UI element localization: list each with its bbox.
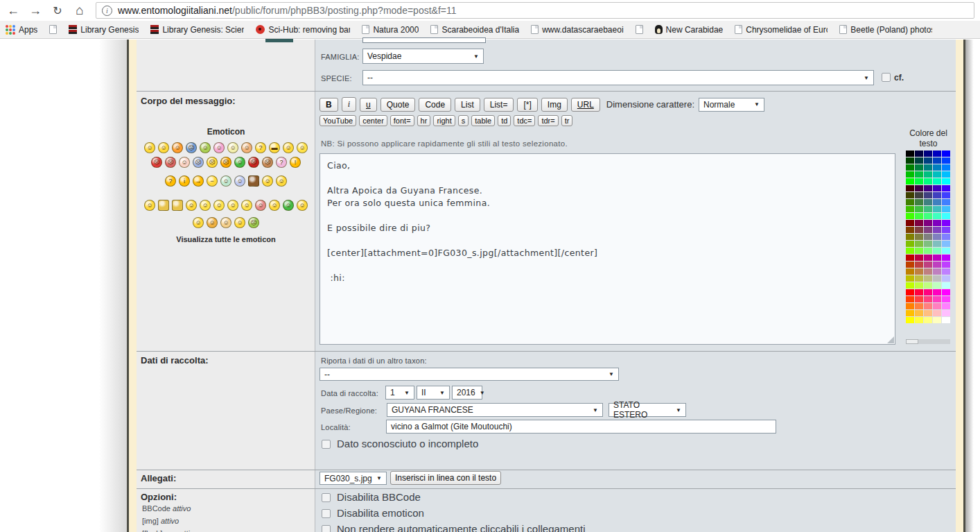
font-size-select[interactable]: Normale▼ [699,98,764,112]
bookmark-item[interactable]: Scarabeoidea d'Italia [430,25,519,35]
emoticon-laugh[interactable]: ☺ [283,142,294,153]
palette-color-swatch[interactable] [915,255,923,261]
palette-color-swatch[interactable] [906,234,914,240]
palette-color-swatch[interactable] [942,199,950,205]
palette-color-swatch[interactable] [924,227,932,233]
palette-color-swatch[interactable] [906,185,914,191]
emoticon-mr-green[interactable]: ☺ [234,157,245,168]
palette-color-swatch[interactable] [906,296,914,302]
palette-color-swatch[interactable] [933,261,941,268]
emoticon-beer-smile-left[interactable]: ☺ [144,200,155,211]
palette-color-swatch[interactable] [942,171,950,178]
emoticon-neutral-orange[interactable]: ☺ [241,142,252,153]
palette-color-swatch[interactable] [933,171,941,178]
palette-color-swatch[interactable] [924,268,932,275]
localita-input[interactable]: vicino a Galmot (Gite Moutouchi) [386,420,776,434]
emoticon-twisted-evil[interactable]: ☹ [248,157,259,168]
palette-color-swatch[interactable] [942,310,950,316]
bbcode-button-hr[interactable]: hr [417,115,431,126]
emoticon-dizzy-pink[interactable]: ? [276,157,287,168]
url-bar[interactable]: i www.entomologiitaliani.net/public/foru… [96,2,974,19]
palette-color-swatch[interactable] [933,248,941,254]
palette-scrollbar[interactable] [906,339,950,344]
palette-color-swatch[interactable] [924,261,932,268]
palette-color-swatch[interactable] [906,282,914,289]
palette-color-swatch[interactable] [915,310,923,316]
palette-color-swatch[interactable] [942,282,950,289]
palette-color-swatch[interactable] [915,303,923,309]
palette-color-swatch[interactable] [933,289,941,295]
emoticon-orange-smile[interactable]: ☺ [172,142,183,153]
bbcode-button-list=[interactable]: List= [484,98,514,112]
emoticon-red-cap[interactable]: ☺ [207,217,218,228]
emoticon-smoking[interactable]: ☺ [193,217,204,228]
palette-color-swatch[interactable] [942,234,950,240]
emoticon-sad-blue[interactable]: ☹ [186,142,197,153]
palette-color-swatch[interactable] [933,178,941,185]
insert-inline-button[interactable]: Inserisci in linea con il testo [390,471,501,485]
emoticon-sick-green[interactable]: ☹ [248,217,259,228]
palette-color-swatch[interactable] [915,282,923,289]
refresh-icon[interactable]: ↻ [49,2,67,19]
apps-launcher[interactable]: Apps [6,25,37,35]
palette-color-swatch[interactable] [915,261,923,268]
emoticon-blush[interactable]: ☺ [179,157,190,168]
emoticon-key-smile[interactable]: ☺ [234,217,245,228]
palette-color-swatch[interactable] [915,178,923,185]
emoticon-big-grin[interactable]: ☺ [269,200,280,211]
palette-color-swatch[interactable] [906,192,914,198]
palette-color-swatch[interactable] [915,275,923,282]
bookmark-item[interactable]: Chrysomelidae of Euro [735,25,828,35]
bbcode-button-u[interactable]: u [360,98,377,112]
palette-color-swatch[interactable] [915,151,923,157]
riporta-select[interactable]: --▼ [320,368,619,381]
palette-color-swatch[interactable] [942,241,950,247]
palette-color-swatch[interactable] [933,157,941,164]
palette-color-swatch[interactable] [933,255,941,261]
palette-color-swatch[interactable] [933,303,941,309]
emoticon-evil-orange[interactable]: ☹ [220,157,231,168]
emoticon-sweat[interactable]: ☹ [207,157,218,168]
palette-color-swatch[interactable] [942,303,950,309]
bbcode-button-youtube[interactable]: YouTube [320,115,356,126]
palette-color-swatch[interactable] [906,206,914,212]
palette-color-swatch[interactable] [933,185,941,191]
palette-color-swatch[interactable] [924,241,932,247]
bbcode-button-tr[interactable]: tr [561,115,573,126]
palette-color-swatch[interactable] [906,164,914,171]
paese-select[interactable]: GUYANA FRANCESE▼ [387,403,603,417]
palette-color-swatch[interactable] [924,317,932,323]
emoticon-angry-red[interactable]: ☹ [151,157,162,168]
palette-color-swatch[interactable] [924,282,932,289]
bookmark-item[interactable]: Natura 2000 [362,25,419,35]
bbcode-button-font=[interactable]: font= [390,115,414,126]
palette-color-swatch[interactable] [906,310,914,316]
palette-color-swatch[interactable] [933,317,941,323]
emoticon-green-smile[interactable]: ☺ [200,142,211,153]
palette-color-swatch[interactable] [942,255,950,261]
emoticon-beer-smile-right[interactable]: ☺ [186,200,197,211]
palette-color-swatch[interactable] [942,275,950,282]
bbcode-button-td[interactable]: td [498,115,511,126]
palette-color-swatch[interactable] [933,268,941,275]
palette-color-swatch[interactable] [906,199,914,205]
palette-color-swatch[interactable] [924,310,932,316]
show-all-emoticons-link[interactable]: Visualizza tutte le emoticon [137,235,315,243]
palette-color-swatch[interactable] [933,282,941,289]
palette-color-swatch[interactable] [906,255,914,261]
bbcode-button-center[interactable]: center [359,115,387,126]
emoticon-cheer-hands[interactable]: ☺ [276,175,287,187]
emoticon-look-left[interactable]: ☺ [200,200,211,211]
bbcode-button-[*][interactable]: [*] [517,98,537,112]
palette-color-swatch[interactable] [915,185,923,191]
palette-color-swatch[interactable] [924,151,932,157]
palette-color-swatch[interactable] [924,289,932,295]
forward-icon[interactable]: → [26,2,44,19]
emoticon-look-right[interactable]: ☺ [213,200,225,211]
palette-color-swatch[interactable] [924,157,932,164]
palette-color-swatch[interactable] [933,164,941,171]
emoticon-gavel-smile[interactable]: ☺ [262,175,273,187]
palette-color-swatch[interactable] [906,289,914,295]
palette-color-swatch[interactable] [942,317,950,323]
emoticon-look-up[interactable]: ☺ [227,200,238,211]
